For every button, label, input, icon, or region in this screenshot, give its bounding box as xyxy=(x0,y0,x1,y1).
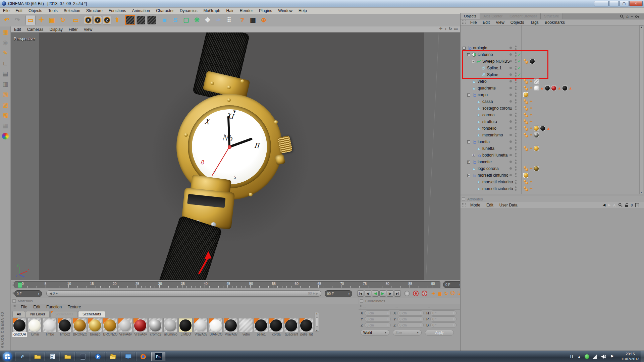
compositing-tag-icon[interactable]: ✦ xyxy=(529,119,533,124)
hair[interactable]: ✑ xyxy=(213,15,223,25)
compositing-tag-icon[interactable]: ✦ xyxy=(529,186,533,191)
maximize-button[interactable]: ▢ xyxy=(619,1,629,6)
coordinate-input[interactable]: 0 cm▲▼ xyxy=(397,322,424,328)
phong-tag-icon[interactable] xyxy=(523,166,529,171)
material-item[interactable]: BRONZO xyxy=(73,318,88,337)
coordinate-input[interactable]: 0 cm▲▼ xyxy=(365,322,391,328)
undo[interactable]: ↶ xyxy=(2,15,12,25)
viewport-menu-view[interactable]: View xyxy=(80,26,95,33)
tree-row-spline-1[interactable]: ↺Spline.1 xyxy=(477,65,501,71)
editor-visibility-dot[interactable] xyxy=(515,46,517,47)
materials-menu-grip[interactable] xyxy=(12,305,16,309)
phong-tag-icon[interactable] xyxy=(523,112,529,118)
layer-dot[interactable] xyxy=(509,140,512,143)
material-item[interactable]: BRONZO xyxy=(103,318,118,337)
enabled-check-icon[interactable]: ✓ xyxy=(518,52,521,57)
objects-menu-file[interactable]: File xyxy=(467,19,480,25)
menu-dynamics[interactable]: Dynamics xyxy=(177,8,201,14)
render-visibility-dot[interactable] xyxy=(515,162,517,164)
z-axis-lock[interactable]: Z xyxy=(103,16,111,24)
layer-dot[interactable] xyxy=(509,60,512,62)
key-rotation-button[interactable]: ↻ xyxy=(443,290,449,296)
render-visibility-dot[interactable] xyxy=(515,182,517,184)
action-center-flag-icon[interactable]: ⚑ xyxy=(610,354,614,359)
menu-window[interactable]: Window xyxy=(275,8,296,14)
editor-visibility-dot[interactable] xyxy=(515,93,517,94)
texture-tag-icon[interactable] xyxy=(534,85,539,91)
layer-dot[interactable] xyxy=(509,120,512,123)
render-visibility-dot[interactable] xyxy=(515,176,517,177)
render-visibility-dot[interactable] xyxy=(515,48,517,50)
coordinate-input[interactable]: 0 cm▲▼ xyxy=(397,316,424,322)
render-settings[interactable] xyxy=(147,15,157,25)
tree-row-cassa[interactable]: ▲cassa xyxy=(472,98,493,105)
taskbar-icon-app-dark[interactable] xyxy=(76,352,90,361)
material-item[interactable]: VrayAdv xyxy=(133,318,148,337)
small-grid-tool[interactable]: ▦ xyxy=(1,121,10,130)
layer-dot[interactable] xyxy=(509,73,512,76)
render-visibility-dot[interactable] xyxy=(515,189,517,191)
phong-tag-icon[interactable] xyxy=(523,99,529,104)
color-wheel-tool[interactable] xyxy=(1,131,10,141)
selection-tag-icon[interactable]: ▲ xyxy=(569,86,573,90)
texture-tag-icon[interactable] xyxy=(529,58,535,64)
editor-visibility-dot[interactable] xyxy=(515,186,517,188)
layer-dot[interactable] xyxy=(509,114,512,116)
compositing-tag-icon[interactable]: ✦ xyxy=(529,146,533,151)
start-button[interactable] xyxy=(3,352,12,361)
editor-visibility-dot[interactable] xyxy=(515,52,517,54)
tree-row-sostegno-corona[interactable]: ▲sostegno corona xyxy=(472,105,512,112)
network-icon[interactable] xyxy=(593,355,597,359)
layer-dot[interactable] xyxy=(509,147,512,149)
materials-menu-file[interactable]: File xyxy=(18,304,30,310)
phong-tag-icon[interactable] xyxy=(523,145,529,151)
attributes-header[interactable]: Attributes xyxy=(461,196,644,202)
materials-checkbox[interactable] xyxy=(12,299,16,303)
tree-row-fondello[interactable]: ▲fondello xyxy=(472,125,496,132)
search-icon[interactable] xyxy=(620,14,624,19)
materials-tab-no-layer-1[interactable]: No Layer xyxy=(26,311,50,317)
render-visibility-dot[interactable] xyxy=(515,142,517,144)
menu-edit[interactable]: Edit xyxy=(12,8,25,14)
volume-icon[interactable] xyxy=(601,354,606,359)
window-extra-button[interactable] xyxy=(594,1,609,6)
material-item[interactable]: VrayAdv xyxy=(224,318,238,337)
particles[interactable]: ⠿ xyxy=(224,15,234,25)
render-visibility-dot[interactable] xyxy=(515,149,517,150)
scale[interactable]: ▣ xyxy=(47,15,57,25)
add-nurbs[interactable]: ▢ xyxy=(181,15,191,25)
menu-file[interactable]: File xyxy=(0,8,12,14)
render-view[interactable] xyxy=(125,15,135,25)
taskbar-icon-internet-explorer[interactable]: e xyxy=(15,352,30,361)
taskbar-icon-photoshop[interactable]: Ps xyxy=(151,352,165,361)
attributes-menu-mode[interactable]: Mode xyxy=(467,202,483,208)
objects-menu-edit[interactable]: Edit xyxy=(480,19,493,25)
materials-header[interactable]: Materials xyxy=(11,298,358,304)
taskbar-clock[interactable]: 20:15 11/07/2013 xyxy=(621,352,639,362)
add-cube[interactable]: ■ xyxy=(160,15,170,25)
layer-dot[interactable] xyxy=(509,174,512,176)
array-tool[interactable]: ▤ xyxy=(1,69,10,78)
material-item[interactable]: limbo2 xyxy=(58,318,72,337)
selection-tag-icon[interactable]: ▲ xyxy=(540,86,544,90)
home-icon[interactable]: ⌂ xyxy=(626,14,629,19)
play-forward-button[interactable]: ▶ xyxy=(379,290,386,297)
texture-tag-icon[interactable] xyxy=(534,125,539,131)
material-item[interactable]: alluminio xyxy=(163,318,178,337)
editor-visibility-dot[interactable] xyxy=(515,139,517,141)
phong-tag-icon[interactable] xyxy=(523,85,529,91)
editor-visibility-dot[interactable] xyxy=(515,79,517,81)
end-frame-spinner[interactable]: 90 F ▲▼ xyxy=(325,290,352,297)
coordinate-system[interactable]: ⬆ xyxy=(112,15,122,25)
collapse-icon[interactable]: − xyxy=(467,53,470,56)
rotate[interactable]: ↻ xyxy=(58,15,68,25)
texture-tag-icon[interactable] xyxy=(551,85,557,91)
layer-dot[interactable] xyxy=(509,53,512,56)
menu-functions[interactable]: Functions xyxy=(106,8,129,14)
cubes-tool[interactable]: ▧ xyxy=(1,90,10,99)
tree-row-spline[interactable]: ↺Spline xyxy=(477,71,498,78)
apply-button[interactable]: Apply xyxy=(425,330,454,336)
add-panel-icon[interactable]: + xyxy=(635,203,639,207)
editor-visibility-dot[interactable] xyxy=(515,106,517,108)
collapse-icon[interactable]: − xyxy=(463,47,466,50)
